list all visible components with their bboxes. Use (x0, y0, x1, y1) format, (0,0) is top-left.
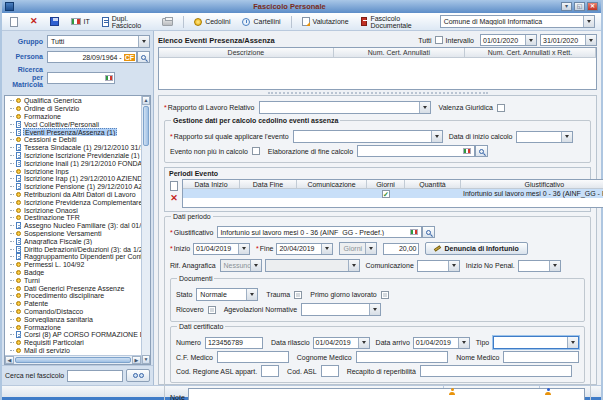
data-arrivo-picker[interactable]: 01/04/2019 (413, 337, 470, 349)
rapporto-relativo-combobox[interactable] (259, 101, 431, 114)
add-periodo-button[interactable] (170, 181, 178, 191)
date-from-picker[interactable]: 01/01/2020 (480, 34, 537, 46)
persona-search-button[interactable] (137, 51, 150, 63)
close-button[interactable]: ✕ (587, 2, 598, 11)
note-textarea[interactable] (188, 388, 585, 400)
scrollbar-thumb[interactable] (15, 357, 131, 363)
column-header[interactable]: Descrizione (159, 48, 334, 57)
chevron-down-icon[interactable] (561, 132, 572, 142)
tree-horizontal-scrollbar[interactable]: ◀ ▶ (5, 355, 141, 364)
inizio-no-penal-picker[interactable] (518, 260, 561, 272)
persona-field[interactable]: 28/09/1964 - CF (47, 51, 137, 63)
chevron-down-icon[interactable] (431, 131, 442, 142)
cerca-search-button[interactable] (126, 369, 150, 382)
tree-item[interactable]: Retribuzioni da Altri Datori di Lavoro (8, 191, 141, 199)
scroll-left-arrow[interactable]: ◀ (5, 356, 14, 364)
column-header[interactable]: Giustificativo (461, 180, 603, 188)
chevron-down-icon[interactable] (321, 244, 332, 254)
tree-item[interactable]: Procedimento disciplinare (8, 292, 141, 300)
nome-medico-input[interactable] (503, 351, 579, 363)
tree-item[interactable]: Cessioni e Debiti (8, 136, 141, 144)
cf-medico-input[interactable] (217, 351, 289, 363)
valutazione-button[interactable]: Valutazione (300, 15, 351, 29)
tree-item[interactable]: Formazione (8, 323, 141, 331)
tree-item[interactable]: Mail di servizio (8, 347, 141, 355)
cerca-text-input[interactable] (68, 372, 122, 379)
tree-item[interactable]: Patente (8, 300, 141, 308)
column-header[interactable]: Giorni (367, 180, 405, 188)
cod-regione-input[interactable] (261, 365, 279, 377)
tree-vertical-scrollbar[interactable]: ▲ ▼ (141, 96, 150, 364)
chevron-down-icon[interactable] (583, 16, 594, 27)
tree-item[interactable]: Comando/Distacco (8, 308, 141, 316)
chevron-down-icon[interactable] (549, 261, 560, 271)
maximize-button[interactable]: ◱ (574, 2, 585, 11)
gruppo-combobox[interactable]: Tutti (47, 35, 150, 48)
rapporto-evento-combobox[interactable] (293, 130, 443, 143)
tree-item[interactable]: Permessi L. 104/92 (8, 261, 141, 269)
print-button[interactable] (160, 15, 175, 29)
tree-item[interactable]: Sorveglianza sanitaria (8, 315, 141, 323)
ricovero-checkbox[interactable] (208, 306, 216, 314)
inizio-date-picker[interactable]: 01/04/2019 (193, 243, 250, 255)
tree-item[interactable]: Iscrizione Inps (8, 167, 141, 175)
column-header[interactable]: Data Fine (240, 180, 297, 188)
cartellini-button[interactable]: Cartellini (240, 15, 282, 29)
valenza-giuridica-checkbox[interactable] (497, 104, 505, 112)
scroll-up-arrow[interactable]: ▲ (142, 96, 150, 105)
chevron-down-icon[interactable] (246, 289, 257, 300)
tree-item[interactable]: Iscrizione Previdenza Complementare (8, 198, 141, 206)
cerca-fascicolo-input[interactable] (67, 370, 123, 382)
tree-item[interactable]: Iscrizione Irap (1) 29/12/2010 AZIENDA 1… (8, 175, 141, 183)
tree-item[interactable]: Ordine di Servizio (8, 105, 141, 113)
tree-item[interactable]: Iscrizione Inail (1) 29/12/2010 FONDAZIO… (8, 159, 141, 167)
tree-item[interactable]: Corsi (8) AP CORSO FORMAZIONE DEI LAVO (8, 331, 141, 339)
chevron-down-icon[interactable] (138, 36, 149, 47)
tree-item[interactable]: Iscrizione Iscrizione Previdenziale (1) … (8, 152, 141, 160)
data-inizio-calcolo-picker[interactable] (516, 131, 573, 143)
scroll-down-arrow[interactable]: ▼ (142, 355, 150, 364)
tree-item[interactable]: Dati Generici Presenze Assenze (8, 284, 141, 292)
tree-item[interactable]: Eventi Presenza/Assenza (1) (8, 128, 141, 136)
chevron-down-icon[interactable] (419, 102, 430, 113)
tree-item[interactable]: Destinazione TFR (8, 214, 141, 222)
save-button[interactable] (48, 15, 61, 29)
column-header[interactable]: Num. Cert. Annullati (334, 48, 465, 57)
tree-item[interactable]: Assegno Nucleo Familiare (3): dal 01/07/… (8, 222, 141, 230)
chevron-down-icon[interactable] (238, 244, 249, 254)
tree-item[interactable]: Iscrizione Pensione (1) 29/12/2010 AZIEN… (8, 183, 141, 191)
tree-item[interactable]: Badge (8, 269, 141, 277)
giustificativo-search-button[interactable] (422, 226, 435, 238)
periodo-row-selected[interactable]: Infortunio sul lavoro mesi 0 - 36 (AINF_… (183, 189, 603, 198)
chevron-down-icon[interactable] (358, 338, 369, 348)
trauma-checkbox[interactable] (294, 291, 302, 299)
tree-item[interactable]: Diritto Detrazioni/Deduzioni (3): da 1/2… (8, 245, 141, 253)
tree-item[interactable]: Qualifica Generica (8, 97, 141, 105)
column-header[interactable]: Quantità (405, 180, 461, 188)
tree-item[interactable]: Sospensione Versamenti (8, 230, 141, 238)
tipo-combobox-focused[interactable] (493, 336, 579, 349)
column-header[interactable]: Data Inizio (183, 180, 240, 188)
tree-item[interactable]: Turni (8, 276, 141, 284)
cod-asl-input[interactable] (321, 365, 339, 377)
matricola-text-input[interactable] (48, 74, 105, 81)
chevron-down-icon[interactable] (448, 261, 459, 271)
table-empty-body[interactable] (159, 58, 596, 89)
chevron-down-icon[interactable] (369, 304, 380, 315)
recapito-input[interactable] (420, 365, 572, 377)
cognome-medico-input[interactable] (356, 351, 449, 363)
giustificativo-input[interactable]: Infortunio sul lavoro mesi 0 - 36 (AINF_… (217, 226, 422, 238)
comunicazione-picker[interactable] (417, 260, 460, 272)
new-button[interactable] (8, 15, 20, 29)
scroll-right-arrow[interactable]: ▶ (132, 356, 141, 364)
chevron-down-icon[interactable] (567, 337, 578, 348)
chevron-down-icon[interactable] (525, 35, 536, 45)
tree-item[interactable]: Formazione (8, 113, 141, 121)
stato-combobox[interactable]: Normale (196, 288, 258, 301)
cedolini-button[interactable]: Cedolini (192, 15, 232, 29)
data-rilascio-picker[interactable]: 01/04/2019 (313, 337, 370, 349)
tree-item[interactable]: Tessera Sindacale (1) 29/12/2010 31/12/2… (8, 144, 141, 152)
agevolazioni-combobox[interactable] (301, 303, 381, 316)
chevron-down-icon[interactable] (458, 338, 469, 348)
quantita-input[interactable]: 20,00 (383, 243, 419, 255)
